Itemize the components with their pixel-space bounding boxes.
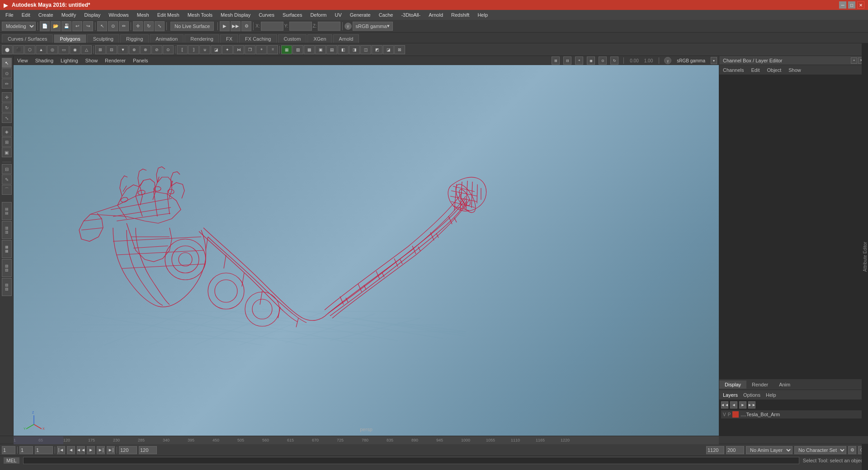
scale-tool[interactable]: ⤡ xyxy=(155,21,165,31)
menu-windows[interactable]: Windows xyxy=(105,11,132,19)
step-back-btn[interactable]: ◄ xyxy=(67,446,75,454)
menu-edit[interactable]: Edit xyxy=(18,11,34,19)
smooth-tool[interactable]: ⊟ xyxy=(106,45,117,54)
ch-tab-show[interactable]: Show xyxy=(787,66,803,74)
rotate-tool[interactable]: ↻ xyxy=(144,21,154,31)
render-current-button[interactable]: ▶ xyxy=(220,21,230,31)
menu-cache[interactable]: Cache xyxy=(375,11,397,19)
disp-mode-8[interactable]: ◫ xyxy=(360,45,371,54)
gamma-vp-icon[interactable]: γ xyxy=(664,57,671,64)
rbs-tab-options[interactable]: Options xyxy=(743,392,760,398)
menu-3dto-all[interactable]: -3DtoAll- xyxy=(397,11,424,19)
vp-menu-show[interactable]: Show xyxy=(84,58,100,63)
rbs-tab-layers[interactable]: Layers xyxy=(723,392,738,398)
skip-to-start-btn[interactable]: |◄ xyxy=(57,446,65,454)
separate-tool[interactable]: ⊗ xyxy=(140,45,151,54)
bridge-tool[interactable]: ⟧ xyxy=(188,45,199,54)
tab-animation[interactable]: Animation xyxy=(150,34,184,43)
merge-tool[interactable]: ⊎ xyxy=(199,45,210,54)
show-manip-tool[interactable]: ⊞ xyxy=(2,137,12,147)
menu-help[interactable]: Help xyxy=(474,11,491,19)
select-tool-side[interactable]: ↖ xyxy=(2,58,12,68)
menu-mesh[interactable]: Mesh xyxy=(133,11,153,19)
menu-edit-mesh[interactable]: Edit Mesh xyxy=(154,11,183,19)
menu-file[interactable]: File xyxy=(2,11,17,19)
vp-icon-6[interactable]: ↻ xyxy=(610,56,618,65)
subdivide-tool[interactable]: ⊞ xyxy=(95,45,106,54)
cube-tool[interactable]: ⬛ xyxy=(13,45,24,54)
vp-icon-5[interactable]: ⊙ xyxy=(599,56,607,65)
gamma-dropdown[interactable]: sRGB gamma ▾ xyxy=(353,22,393,31)
range-end-input[interactable] xyxy=(119,446,137,454)
panel-2[interactable]: ▥▥ xyxy=(2,221,12,239)
layer-p[interactable]: P xyxy=(728,412,731,417)
sphere-tool[interactable]: ⬤ xyxy=(2,45,13,54)
tab-arnold[interactable]: Arnold xyxy=(333,34,359,43)
menu-arnold[interactable]: Arnold xyxy=(425,11,447,19)
poke-tool[interactable]: ✦ xyxy=(222,45,233,54)
open-scene-button[interactable]: 📂 xyxy=(51,21,61,31)
combine-tool[interactable]: ⊕ xyxy=(129,45,140,54)
step-fwd-btn[interactable]: ►| xyxy=(97,446,105,454)
tab-rendering[interactable]: Rendering xyxy=(184,34,219,43)
workspace-dropdown[interactable]: Modeling xyxy=(2,22,36,31)
menu-surfaces[interactable]: Surfaces xyxy=(279,11,306,19)
layer-end-btn[interactable]: ►► xyxy=(748,401,755,409)
disp-mode-6[interactable]: ◧ xyxy=(338,45,349,54)
detach-tool[interactable]: ⌗ xyxy=(267,45,278,54)
tab-polygons[interactable]: Polygons xyxy=(54,34,86,43)
vp-icon-3[interactable]: ⌖ xyxy=(575,56,583,65)
viewport-canvas[interactable]: persp X Y Z xyxy=(14,65,719,436)
y-field[interactable] xyxy=(289,22,312,31)
menu-mesh-display[interactable]: Mesh Display xyxy=(217,11,254,19)
panel-4[interactable]: ▧▧ xyxy=(2,259,12,277)
paint-select-tool[interactable]: ⊙ xyxy=(2,68,12,78)
select-tool[interactable]: ↖ xyxy=(97,21,107,31)
menu-redshift[interactable]: Redshift xyxy=(448,11,473,19)
rb-tab-display[interactable]: Display xyxy=(719,381,746,389)
rb-tab-anim[interactable]: Anim xyxy=(774,381,796,389)
gamma-icon[interactable]: γ xyxy=(344,23,352,30)
minimize-button[interactable]: ─ xyxy=(839,1,846,9)
cylinder-tool[interactable]: ⬡ xyxy=(24,45,35,54)
no-character-set-select[interactable]: No Character Set xyxy=(794,446,846,454)
menu-curves[interactable]: Curves xyxy=(255,11,278,19)
x-field[interactable] xyxy=(261,22,283,31)
vp-menu-renderer[interactable]: Renderer xyxy=(103,58,127,63)
render-seq-button[interactable]: ▶▶ xyxy=(231,21,241,31)
wedge-tool[interactable]: ⋈ xyxy=(233,45,244,54)
play-back-btn[interactable]: ◄◄ xyxy=(77,446,85,454)
prism-tool[interactable]: △ xyxy=(81,45,92,54)
gamma-dropdown-btn[interactable]: ▾ xyxy=(711,57,717,64)
scale-tool-side[interactable]: ⤡ xyxy=(2,113,12,123)
render-options-button[interactable]: ⚙ xyxy=(241,21,251,31)
no-anim-layer-select[interactable]: No Anim Layer xyxy=(746,446,793,454)
disp-mode-11[interactable]: ⊠ xyxy=(394,45,405,54)
timeline-ruler[interactable]: 1 65 120 175 230 285 340 395 450 505 560… xyxy=(14,436,719,444)
play-fwd-btn[interactable]: ► xyxy=(87,446,95,454)
z-field[interactable] xyxy=(318,22,340,31)
redo-button[interactable]: ↪ xyxy=(83,21,93,31)
soft-select-tool[interactable]: ◈ xyxy=(2,127,12,136)
disp-mode-5[interactable]: ▤ xyxy=(326,45,337,54)
ch-tab-edit[interactable]: Edit xyxy=(749,66,761,74)
extrude-tool[interactable]: ⟦ xyxy=(177,45,188,54)
layer-add-btn[interactable]: ◄◄ xyxy=(721,401,728,409)
script-input-area[interactable] xyxy=(23,457,799,464)
save-scene-button[interactable]: 💾 xyxy=(61,21,71,31)
disp-mode-3[interactable]: ▩ xyxy=(304,45,315,54)
vp-icon-1[interactable]: ⊞ xyxy=(552,56,560,65)
lasso-tool[interactable]: ⊙ xyxy=(108,21,118,31)
layer-fwd-btn[interactable]: ► xyxy=(739,401,746,409)
no-live-surface-button[interactable]: No Live Surface xyxy=(170,22,214,31)
tab-curves-surfaces[interactable]: Curves / Surfaces xyxy=(2,34,53,43)
layer-back-btn[interactable]: ◄ xyxy=(730,401,737,409)
vp-icon-2[interactable]: ⊟ xyxy=(563,56,571,65)
menu-uv[interactable]: UV xyxy=(331,11,345,19)
disp-mode-1[interactable]: ▦ xyxy=(281,45,292,54)
menu-create[interactable]: Create xyxy=(35,11,57,19)
tab-sculpting[interactable]: Sculpting xyxy=(87,34,119,43)
playback-start-input[interactable] xyxy=(19,446,33,454)
vp-icon-4[interactable]: ◉ xyxy=(587,56,595,65)
current-frame-input[interactable] xyxy=(2,446,15,454)
